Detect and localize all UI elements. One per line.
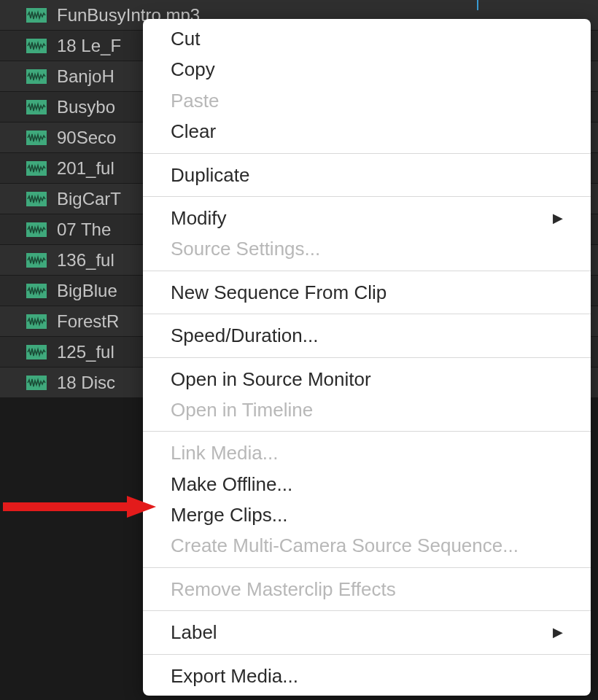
submenu-arrow-icon: ▶: [553, 623, 563, 642]
menu-item-label: Clear: [171, 118, 216, 144]
menu-item-clear[interactable]: Clear: [143, 116, 591, 147]
menu-item-label: Paste: [171, 88, 220, 114]
audio-waveform-icon: [26, 192, 47, 206]
menu-item-merge-clips[interactable]: Merge Clips...: [143, 499, 591, 530]
file-name-label: 07 The: [57, 219, 111, 240]
menu-separator: [143, 314, 591, 314]
audio-waveform-icon: [26, 345, 47, 359]
menu-separator: [143, 153, 591, 154]
file-name-label: 136_ful: [57, 250, 114, 271]
menu-separator: [143, 357, 591, 358]
file-name-label: 125_ful: [57, 342, 114, 362]
menu-item-label: Duplicate: [171, 162, 249, 188]
file-name-label: 18 Disc: [57, 373, 115, 393]
menu-item-remove-masterclip-effects: Remove Masterclip Effects: [143, 574, 591, 604]
menu-separator: [143, 654, 591, 655]
menu-item-label: Speed/Duration...: [171, 322, 318, 349]
audio-waveform-icon: [26, 100, 47, 114]
audio-waveform-icon: [26, 131, 47, 145]
timeline-playhead-indicator: [477, 0, 478, 10]
audio-waveform-icon: [26, 284, 47, 298]
menu-item-label: New Sequence From Clip: [171, 279, 387, 306]
menu-item-source-settings: Source Settings...: [143, 233, 591, 264]
audio-waveform-icon: [26, 161, 47, 176]
menu-item-label: Export Media...: [171, 663, 298, 689]
menu-item-create-multi-camera-source-sequence: Create Multi-Camera Source Sequence...: [143, 530, 591, 561]
menu-item-label: Link Media...: [171, 440, 278, 466]
audio-waveform-icon: [26, 69, 47, 84]
menu-separator: [143, 196, 591, 197]
menu-item-label: Open in Timeline: [171, 397, 313, 423]
file-name-label: 201_ful: [57, 158, 114, 179]
menu-item-duplicate[interactable]: Duplicate: [143, 160, 591, 190]
file-name-label: Busybo: [57, 97, 115, 117]
menu-item-label: Create Multi-Camera Source Sequence...: [171, 532, 519, 559]
audio-waveform-icon: [26, 314, 47, 329]
menu-item-label: Merge Clips...: [171, 502, 287, 528]
menu-item-make-offline[interactable]: Make Offline...: [143, 469, 591, 499]
file-name-label: 18 Le_F: [57, 36, 121, 56]
file-name-label: BigBlue: [57, 281, 117, 301]
menu-item-open-in-source-monitor[interactable]: Open in Source Monitor: [143, 364, 591, 394]
menu-item-export-media[interactable]: Export Media...: [143, 661, 591, 691]
file-name-label: 90Seco: [57, 128, 116, 148]
menu-separator: [143, 567, 591, 568]
annotation-arrow: [3, 496, 156, 518]
menu-item-cut[interactable]: Cut: [143, 23, 591, 54]
menu-item-label: Open in Source Monitor: [171, 366, 371, 392]
menu-item-label: Modify: [171, 205, 227, 231]
submenu-arrow-icon: ▶: [553, 209, 563, 228]
menu-item-link-media: Link Media...: [143, 438, 591, 468]
audio-waveform-icon: [26, 39, 47, 53]
audio-waveform-icon: [26, 222, 47, 237]
menu-separator: [143, 610, 591, 611]
menu-item-open-in-timeline: Open in Timeline: [143, 394, 591, 425]
file-name-label: BanjoH: [57, 66, 114, 87]
svg-marker-1: [127, 496, 156, 518]
menu-item-copy[interactable]: Copy: [143, 54, 591, 85]
menu-item-label: Make Offline...: [171, 471, 292, 497]
menu-item-new-sequence-from-clip[interactable]: New Sequence From Clip: [143, 277, 591, 308]
audio-waveform-icon: [26, 8, 47, 23]
menu-item-label: Label: [171, 619, 217, 645]
menu-item-label: Source Settings...: [171, 236, 320, 262]
audio-waveform-icon: [26, 253, 47, 268]
menu-item-label[interactable]: Label▶: [143, 617, 591, 648]
menu-separator: [143, 271, 591, 271]
audio-waveform-icon: [26, 376, 47, 390]
menu-item-label: Remove Masterclip Effects: [171, 576, 396, 602]
menu-item-modify[interactable]: Modify▶: [143, 203, 591, 233]
file-name-label: ForestR: [57, 311, 119, 332]
menu-separator: [143, 431, 591, 432]
menu-item-label: Cut: [171, 26, 200, 52]
clip-context-menu: CutCopyPasteClearDuplicateModify▶Source …: [143, 19, 591, 696]
menu-item-paste: Paste: [143, 85, 591, 116]
menu-item-speed-duration[interactable]: Speed/Duration...: [143, 320, 591, 351]
menu-item-label: Copy: [171, 56, 215, 82]
file-name-label: BigCarT: [57, 189, 121, 209]
